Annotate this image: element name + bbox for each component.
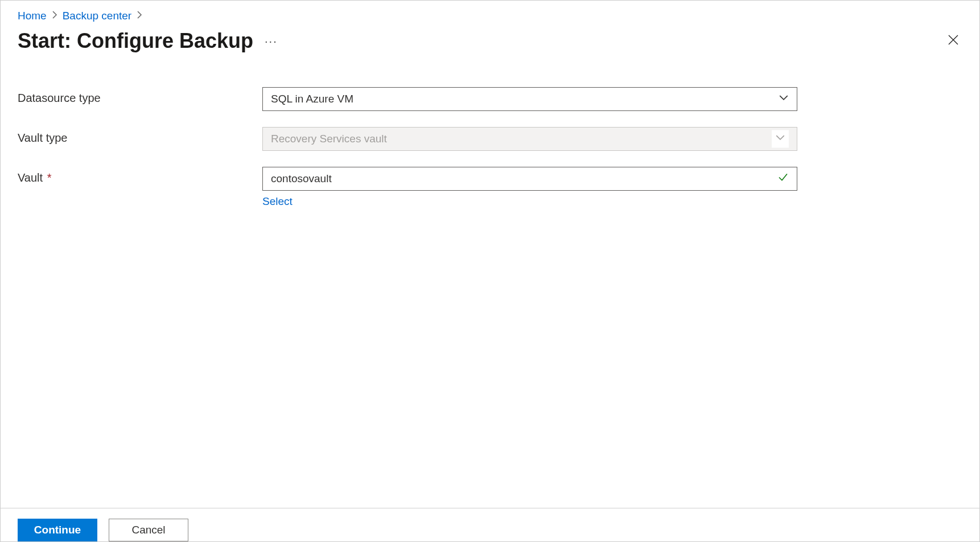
checkmark-icon xyxy=(777,172,789,186)
vault-row: Vault * contosovault Select xyxy=(18,167,962,208)
datasource-type-label: Datasource type xyxy=(18,87,262,105)
close-icon xyxy=(948,34,959,46)
continue-button[interactable]: Continue xyxy=(18,519,97,541)
breadcrumb: Home Backup center xyxy=(1,1,979,27)
datasource-type-value: SQL in Azure VM xyxy=(271,93,353,105)
vault-select-link[interactable]: Select xyxy=(262,195,293,208)
vault-type-row: Vault type Recovery Services vault xyxy=(18,127,962,151)
page-header: Start: Configure Backup ··· xyxy=(1,27,979,64)
cancel-button[interactable]: Cancel xyxy=(109,519,188,541)
form-area: Datasource type SQL in Azure VM Vault ty… xyxy=(1,64,979,508)
vault-label-text: Vault xyxy=(18,171,43,184)
vault-type-label: Vault type xyxy=(18,127,262,145)
chevron-right-icon xyxy=(50,10,59,22)
footer-bar: Continue Cancel xyxy=(1,508,979,541)
more-actions-icon[interactable]: ··· xyxy=(265,35,278,48)
vault-input[interactable]: contosovault xyxy=(262,167,797,191)
page-title: Start: Configure Backup xyxy=(18,29,253,53)
vault-type-select: Recovery Services vault xyxy=(262,127,797,151)
datasource-type-row: Datasource type SQL in Azure VM xyxy=(18,87,962,111)
close-button[interactable] xyxy=(944,31,962,51)
chevron-down-icon xyxy=(772,130,789,148)
datasource-type-select[interactable]: SQL in Azure VM xyxy=(262,87,797,111)
breadcrumb-backup-center-link[interactable]: Backup center xyxy=(63,10,131,22)
chevron-right-icon xyxy=(135,10,144,22)
vault-type-value: Recovery Services vault xyxy=(271,133,387,145)
vault-label: Vault * xyxy=(18,167,262,184)
required-asterisk: * xyxy=(47,171,52,184)
vault-value: contosovault xyxy=(271,173,332,185)
chevron-down-icon xyxy=(779,93,789,106)
breadcrumb-home-link[interactable]: Home xyxy=(18,10,47,22)
